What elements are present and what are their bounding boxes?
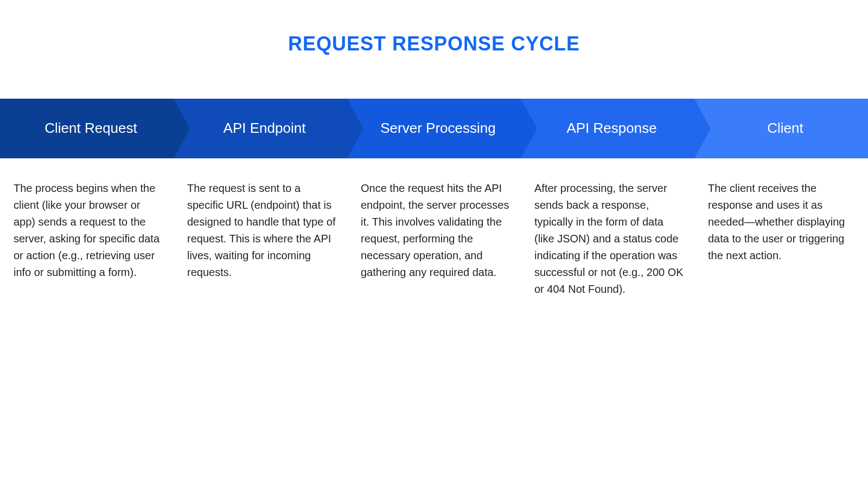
step-label: Client Request: [44, 120, 137, 137]
step-description-api-endpoint: The request is sent to a specific URL (e…: [174, 180, 347, 298]
descriptions-row: The process begins when the client (like…: [0, 180, 868, 298]
step-label: API Endpoint: [224, 120, 306, 137]
step-description-api-response: After processing, the server sends back …: [521, 180, 694, 298]
step-description-server-processing: Once the request hits the API endpoint, …: [347, 180, 521, 298]
diagram-title: REQUEST RESPONSE CYCLE: [0, 33, 868, 55]
step-arrow-server-processing: Server Processing: [347, 99, 521, 158]
step-arrow-api-response: API Response: [521, 99, 694, 158]
arrow-chevron-row: Client Request API Endpoint Server Proce…: [0, 99, 868, 158]
step-label: API Response: [566, 120, 656, 137]
step-description-client-request: The process begins when the client (like…: [0, 180, 174, 298]
step-label: Client: [767, 120, 803, 137]
step-arrow-api-endpoint: API Endpoint: [174, 99, 347, 158]
step-arrow-client: Client: [694, 99, 868, 158]
step-description-client: The client receives the response and use…: [694, 180, 868, 298]
step-arrow-client-request: Client Request: [0, 99, 174, 158]
step-label: Server Processing: [380, 120, 495, 137]
